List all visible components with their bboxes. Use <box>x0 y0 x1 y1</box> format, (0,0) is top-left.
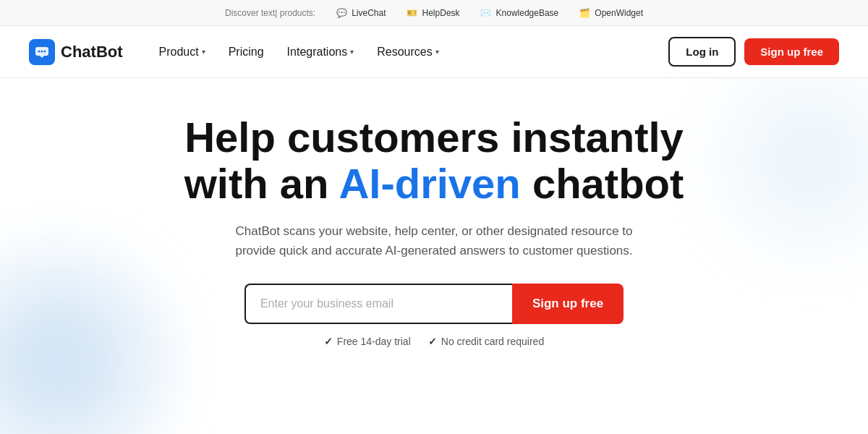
nav-item-product[interactable]: Product ▾ <box>149 40 216 64</box>
logo[interactable]: ChatBot <box>29 39 123 65</box>
nav-item-integrations[interactable]: Integrations ▾ <box>277 40 365 64</box>
cta-signup-button[interactable]: Sign up free <box>512 284 624 324</box>
knowledgebase-icon: ✉️ <box>480 7 492 19</box>
topbar-product-openwidget[interactable]: 🗂️ OpenWidget <box>579 7 643 19</box>
hero-title: Help customers instantly with an AI-driv… <box>184 114 684 207</box>
cta-form: Sign up free <box>244 284 624 324</box>
nav-links: Product ▾ Pricing Integrations ▾ Resourc… <box>149 40 449 64</box>
nav-item-resources[interactable]: Resources ▾ <box>367 40 448 64</box>
svg-point-2 <box>41 50 43 52</box>
topbar-label: Discover text| products: <box>225 8 315 18</box>
resources-chevron-icon: ▾ <box>435 48 439 56</box>
hero-badges: ✓ Free 14-day trial ✓ No credit card req… <box>324 336 544 347</box>
hero-section: Help customers instantly with an AI-driv… <box>0 78 868 376</box>
topbar-product-livechat[interactable]: 💬 LiveChat <box>336 7 386 19</box>
email-input[interactable] <box>244 284 512 324</box>
livechat-icon: 💬 <box>336 7 347 19</box>
hero-ai-driven: AI-driven <box>339 160 520 207</box>
check-icon-trial: ✓ <box>324 336 333 347</box>
openwidget-icon: 🗂️ <box>579 7 590 19</box>
product-chevron-icon: ▾ <box>202 48 205 56</box>
badge-trial: ✓ Free 14-day trial <box>324 336 411 347</box>
signup-nav-button[interactable]: Sign up free <box>744 38 839 65</box>
helpdesk-icon: 🎫 <box>407 7 418 19</box>
svg-point-1 <box>38 50 41 52</box>
hero-subtitle: ChatBot scans your website, help center,… <box>231 221 637 260</box>
top-bar: Discover text| products: 💬 LiveChat 🎫 He… <box>0 0 868 26</box>
svg-point-3 <box>44 50 46 52</box>
integrations-chevron-icon: ▾ <box>350 48 354 56</box>
badge-no-credit: ✓ No credit card required <box>428 336 544 347</box>
navbar-right: Log in Sign up free <box>668 37 839 67</box>
navbar: ChatBot Product ▾ Pricing Integrations ▾… <box>0 26 868 78</box>
navbar-left: ChatBot Product ▾ Pricing Integrations ▾… <box>29 39 449 65</box>
login-button[interactable]: Log in <box>668 37 736 67</box>
nav-item-pricing[interactable]: Pricing <box>218 40 274 64</box>
hero-title-line2: with an AI-driven chatbot <box>184 160 684 207</box>
topbar-product-helpdesk[interactable]: 🎫 HelpDesk <box>407 7 460 19</box>
topbar-product-knowledgebase[interactable]: ✉️ KnowledgeBase <box>480 7 559 19</box>
check-icon-credit: ✓ <box>428 336 437 347</box>
logo-icon <box>29 39 55 65</box>
logo-text: ChatBot <box>61 43 123 61</box>
